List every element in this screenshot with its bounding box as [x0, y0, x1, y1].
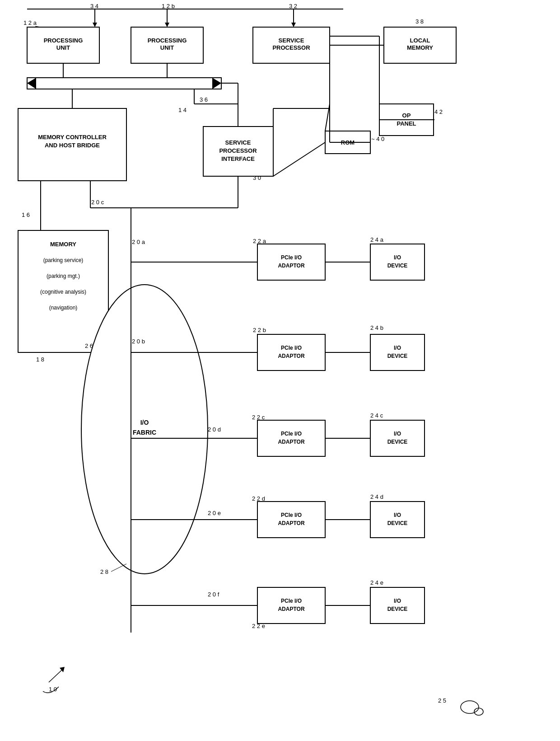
svg-text:PANEL: PANEL [397, 120, 416, 127]
svg-rect-10 [257, 244, 325, 280]
svg-marker-25 [291, 23, 296, 27]
svg-rect-19 [370, 587, 425, 624]
svg-text:3 8: 3 8 [415, 18, 424, 25]
svg-text:3 2: 3 2 [289, 3, 297, 9]
svg-text:2 0 f: 2 0 f [208, 591, 219, 598]
svg-point-141 [461, 701, 479, 713]
svg-text:2 2 d: 2 2 d [252, 495, 265, 502]
svg-text:ADAPTOR: ADAPTOR [278, 439, 304, 445]
svg-text:4 2: 4 2 [434, 108, 443, 115]
svg-text:ADAPTOR: ADAPTOR [278, 353, 304, 359]
svg-rect-14 [257, 587, 325, 624]
svg-text:DEVICE: DEVICE [387, 520, 408, 526]
svg-text:2 0 c: 2 0 c [91, 199, 104, 206]
patent-diagram: PROCESSING UNIT PROCESSING UNIT SERVICE … [0, 0, 560, 741]
svg-text:PROCESSING: PROCESSING [148, 37, 187, 44]
svg-text:UNIT: UNIT [160, 44, 174, 51]
svg-rect-11 [257, 334, 325, 370]
svg-text:PROCESSOR: PROCESSOR [272, 44, 310, 51]
svg-rect-17 [370, 420, 425, 456]
svg-text:3 6: 3 6 [200, 96, 208, 103]
svg-line-43 [273, 142, 325, 176]
svg-text:2 0 d: 2 0 d [208, 426, 221, 433]
svg-text:2 0 b: 2 0 b [132, 338, 145, 345]
svg-text:1 2 b: 1 2 b [162, 3, 175, 9]
svg-text:I/O: I/O [394, 598, 401, 604]
svg-text:I/O: I/O [394, 345, 401, 351]
svg-line-138 [49, 669, 63, 682]
svg-text:1 4: 1 4 [178, 107, 187, 113]
svg-text:PCIe I/O: PCIe I/O [281, 512, 302, 518]
svg-text:(parking service): (parking service) [43, 257, 84, 263]
svg-text:2 5: 2 5 [438, 697, 446, 704]
svg-text:PROCESSING: PROCESSING [44, 37, 83, 44]
svg-text:2 0 a: 2 0 a [132, 239, 145, 245]
svg-text:PCIe I/O: PCIe I/O [281, 254, 302, 261]
svg-text:3 0: 3 0 [253, 174, 261, 181]
svg-text:1 6: 1 6 [22, 211, 30, 218]
svg-text:~ 4 0: ~ 4 0 [371, 136, 384, 142]
svg-text:INTERFACE: INTERFACE [221, 155, 255, 162]
svg-text:3 4: 3 4 [90, 3, 98, 9]
svg-text:PROCESSOR: PROCESSOR [219, 147, 257, 154]
svg-rect-16 [370, 334, 425, 370]
svg-text:DEVICE: DEVICE [387, 263, 408, 269]
svg-text:2 0 e: 2 0 e [208, 510, 221, 516]
svg-text:ROM: ROM [341, 139, 355, 146]
svg-marker-23 [165, 23, 169, 27]
svg-text:ADAPTOR: ADAPTOR [278, 520, 304, 526]
svg-text:I/O: I/O [140, 419, 149, 426]
svg-text:OP: OP [402, 112, 411, 119]
svg-text:MEMORY: MEMORY [50, 241, 76, 248]
svg-text:(parking mgt.): (parking mgt.) [47, 273, 80, 279]
svg-rect-27 [27, 78, 221, 89]
svg-text:2 2 a: 2 2 a [253, 238, 266, 244]
svg-text:PCIe I/O: PCIe I/O [281, 345, 302, 351]
svg-text:2 4 d: 2 4 d [370, 493, 383, 500]
svg-rect-18 [370, 502, 425, 538]
svg-text:SERVICE: SERVICE [225, 139, 251, 146]
svg-text:AND HOST BRIDGE: AND HOST BRIDGE [45, 142, 100, 149]
svg-text:1 2 a: 1 2 a [23, 19, 37, 26]
svg-text:2 2 b: 2 2 b [253, 327, 266, 333]
svg-text:UNIT: UNIT [56, 44, 70, 51]
svg-rect-13 [257, 502, 325, 538]
svg-text:DEVICE: DEVICE [387, 353, 408, 359]
svg-text:MEMORY CONTROLLER: MEMORY CONTROLLER [38, 134, 107, 141]
svg-text:LOCAL: LOCAL [410, 37, 430, 44]
svg-marker-21 [93, 23, 97, 27]
svg-rect-15 [370, 244, 425, 280]
svg-text:DEVICE: DEVICE [387, 439, 408, 445]
svg-text:I/O: I/O [394, 254, 401, 261]
svg-rect-12 [257, 420, 325, 456]
svg-text:(cognitive analysis): (cognitive analysis) [40, 289, 86, 295]
svg-text:2 6: 2 6 [85, 342, 93, 349]
svg-text:2 2 c: 2 2 c [252, 414, 265, 421]
svg-text:(navigation): (navigation) [49, 305, 78, 311]
svg-text:2 8: 2 8 [100, 568, 108, 575]
svg-text:2 4 e: 2 4 e [370, 579, 383, 586]
svg-text:ADAPTOR: ADAPTOR [278, 263, 304, 269]
svg-text:ADAPTOR: ADAPTOR [278, 606, 304, 612]
svg-text:PCIe I/O: PCIe I/O [281, 431, 302, 437]
svg-text:2 4 c: 2 4 c [370, 412, 383, 419]
svg-text:DEVICE: DEVICE [387, 606, 408, 612]
svg-text:2 2 e: 2 2 e [252, 623, 265, 629]
svg-text:PCIe I/O: PCIe I/O [281, 598, 302, 604]
svg-text:2 4 a: 2 4 a [370, 236, 384, 243]
svg-text:FABRIC: FABRIC [133, 429, 156, 436]
svg-text:1 8: 1 8 [36, 356, 44, 363]
svg-text:I/O: I/O [394, 512, 401, 518]
svg-text:MEMORY: MEMORY [407, 44, 433, 51]
svg-text:SERVICE: SERVICE [279, 37, 304, 44]
svg-text:2 4 b: 2 4 b [370, 324, 383, 331]
svg-text:I/O: I/O [394, 431, 401, 437]
svg-line-136 [111, 564, 126, 572]
